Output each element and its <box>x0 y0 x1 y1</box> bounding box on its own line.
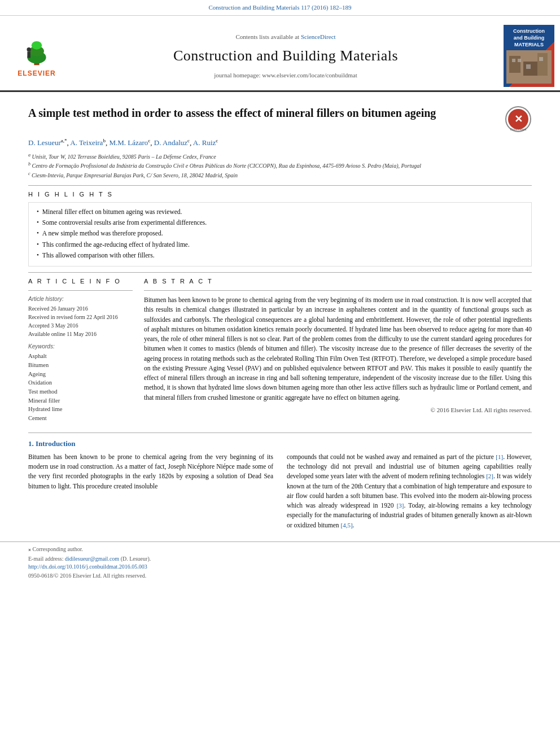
bullet-4: • <box>37 240 39 248</box>
keyword-oxidation: Oxidation <box>28 379 133 387</box>
highlight-2-text: Some controversial results arise from ex… <box>42 218 207 227</box>
ref-3[interactable]: [3] <box>397 502 404 509</box>
article-history-label: Article history: <box>28 295 133 303</box>
author-ruiz[interactable]: A. Ruiz <box>193 139 216 147</box>
svg-point-3 <box>32 41 42 50</box>
page: Construction and Building Materials 117 … <box>0 0 560 747</box>
abstract-column: A B S T R A C T Bitumen has been known t… <box>144 277 532 423</box>
author-teixeira[interactable]: A. Teixeira <box>70 139 103 147</box>
highlight-5-text: This allowed comparison with other fille… <box>42 251 155 260</box>
bullet-5: • <box>37 251 39 259</box>
journal-title: Construction and Building Materials <box>173 46 398 66</box>
affiliation-a: a Unisit, Tour W, 102 Terrasse Boieldieu… <box>28 152 532 161</box>
divider-2 <box>28 272 532 273</box>
footer-doi: http://dx.doi.org/10.1016/j.conbuildmat.… <box>28 563 532 571</box>
svg-rect-9 <box>537 53 548 76</box>
corresponding-text: Corresponding author. <box>33 546 83 552</box>
keyword-mineral-filler: Mineral filler <box>28 397 133 405</box>
journal-cover-title: Construction and Building MATERIALS <box>513 28 545 48</box>
journal-cover-image <box>506 50 552 84</box>
science-direct-prefix: Contents lists available at <box>235 33 299 40</box>
elsevier-logo: ELSEVIER <box>17 34 56 78</box>
bullet-1: • <box>37 207 39 216</box>
journal-homepage: journal homepage: www.elsevier.com/locat… <box>214 71 357 80</box>
keyword-asphalt: Asphalt <box>28 352 133 361</box>
article-title-section: A simple test method in order to assess … <box>28 101 532 133</box>
svg-text:CrossMark: CrossMark <box>510 128 527 131</box>
keyword-test-method: Test method <box>28 388 133 396</box>
crossmark-icon[interactable]: ✕ CrossMark <box>505 106 532 133</box>
main-content: A simple test method in order to assess … <box>0 92 560 530</box>
svg-rect-13 <box>539 57 543 61</box>
highlight-1-text: Mineral filler effect on bitumen ageing … <box>42 207 182 216</box>
article-info-column: A R T I C L E I N F O Article history: R… <box>28 277 133 423</box>
affiliations: a Unisit, Tour W, 102 Terrasse Boieldieu… <box>28 152 532 180</box>
journal-header-right: Construction and Building MATERIALS <box>498 21 560 90</box>
affiliation-c: c Ciesm-Intevia, Parque Empresarial Bara… <box>28 171 532 180</box>
keywords-label: Keywords: <box>28 343 133 351</box>
highlight-3-text: A new simple method was therefore propos… <box>42 229 163 238</box>
svg-rect-7 <box>509 56 520 73</box>
svg-rect-10 <box>512 59 515 62</box>
author-lesueur[interactable]: D. Lesueur <box>28 139 61 147</box>
highlights-section: H I G H L I G H T S • Mineral filler eff… <box>28 190 532 267</box>
ref-4-5[interactable]: [4,5] <box>341 522 353 528</box>
highlight-4: • This confirmed the age-reducing effect… <box>37 240 523 249</box>
doi-bar: Construction and Building Materials 117 … <box>0 0 560 16</box>
article-info-label: A R T I C L E I N F O <box>28 277 133 286</box>
received-date: Received 26 January 2016 <box>28 305 133 313</box>
divider-3 <box>28 290 133 291</box>
footer-issn: 0950-0618/© 2016 Elsevier Ltd. All right… <box>28 572 532 580</box>
keyword-ageing: Ageing <box>28 370 133 379</box>
article-info-abstract: A R T I C L E I N F O Article history: R… <box>28 277 532 423</box>
highlight-3: • A new simple method was therefore prop… <box>37 229 523 238</box>
elsevier-label: ELSEVIER <box>18 69 55 78</box>
highlight-4-text: This confirmed the age-reducing effect o… <box>42 240 190 249</box>
author-lazaro[interactable]: M.M. Lázaro <box>109 139 148 147</box>
doi-text: Construction and Building Materials 117 … <box>208 4 351 11</box>
revised-date: Received in revised form 22 April 2016 <box>28 313 133 321</box>
highlights-box: • Mineral filler effect on bitumen agein… <box>28 202 532 266</box>
highlight-1: • Mineral filler effect on bitumen agein… <box>37 207 523 216</box>
svg-rect-12 <box>526 64 531 69</box>
keyword-bitumen: Bitumen <box>28 361 133 370</box>
journal-header: ELSEVIER Contents lists available at Sci… <box>0 16 560 92</box>
elsevier-tree-icon <box>17 34 56 68</box>
abstract-section: Bitumen has been known to be prone to ch… <box>144 295 532 414</box>
email-link[interactable]: didilesueur@gmail.com <box>65 556 119 562</box>
authors-line: D. Lesueura,*, A. Teixeirab, M.M. Lázaro… <box>28 137 532 148</box>
introduction-section: 1. Introduction Bitumen has been known t… <box>28 433 532 530</box>
bullet-3: • <box>37 229 39 237</box>
accepted-date: Accepted 3 May 2016 <box>28 322 133 330</box>
cover-image-svg <box>506 50 552 84</box>
divider-4 <box>144 290 532 291</box>
article-title: A simple test method in order to assess … <box>28 106 505 120</box>
svg-point-4 <box>27 47 30 51</box>
page-footer: ⁎ Corresponding author. E-mail address: … <box>0 541 560 583</box>
ref-2[interactable]: [2] <box>486 473 493 479</box>
doi-link[interactable]: http://dx.doi.org/10.1016/j.conbuildmat.… <box>28 563 147 570</box>
email-label: E-mail address: <box>28 556 63 562</box>
footer-email-line: E-mail address: didilesueur@gmail.com (D… <box>28 555 532 563</box>
ref-1[interactable]: [1] <box>496 453 503 460</box>
email-suffix: (D. Lesueur). <box>121 556 151 562</box>
highlights-label: H I G H L I G H T S <box>28 190 532 199</box>
journal-header-center: Contents lists available at ScienceDirec… <box>73 21 498 90</box>
footer-corresponding: ⁎ Corresponding author. <box>28 545 532 553</box>
science-direct-link[interactable]: ScienceDirect <box>301 33 336 40</box>
abstract-text: Bitumen has been known to be prone to ch… <box>144 295 532 403</box>
author-andaluz[interactable]: D. Andaluz <box>154 139 187 147</box>
intro-two-column: Bitumen has been known to be prone to ch… <box>28 452 532 530</box>
article-history: Article history: Received 26 January 201… <box>28 295 133 338</box>
journal-cover: Construction and Building MATERIALS <box>504 25 554 87</box>
bullet-2: • <box>37 218 39 226</box>
intro-title: 1. Introduction <box>28 439 532 449</box>
highlight-2: • Some controversial results arise from … <box>37 218 523 227</box>
corresponding-star: ⁎ <box>28 546 31 552</box>
svg-text:✕: ✕ <box>514 113 523 125</box>
intro-left-text: Bitumen has been known to be prone to ch… <box>28 452 273 491</box>
intro-left-column: Bitumen has been known to be prone to ch… <box>28 452 273 530</box>
abstract-copyright: © 2016 Elsevier Ltd. All rights reserved… <box>144 406 532 414</box>
divider-1 <box>28 185 532 186</box>
cover-title-text: Construction and Building MATERIALS <box>513 28 545 47</box>
